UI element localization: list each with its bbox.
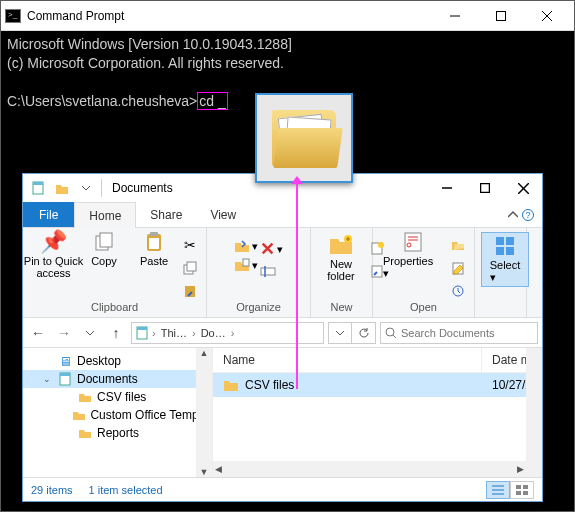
svg-rect-36 (137, 327, 147, 330)
ribbon-group-label (481, 301, 520, 313)
qat-newfolder-button[interactable] (51, 177, 73, 199)
view-details-button[interactable] (486, 481, 510, 499)
ribbon-group-label: Clipboard (29, 301, 200, 313)
explorer-window: Documents File Home Share View ? 📌 Pin t… (22, 173, 543, 502)
properties-button[interactable]: Properties ▾ (379, 229, 446, 282)
cut-button[interactable]: ✂ (180, 235, 200, 255)
chevron-right-icon: › (192, 327, 196, 339)
navigation-pane[interactable]: 🖥 Desktop ⌄ Documents CSV files Custom O… (23, 348, 213, 477)
rename-icon (260, 263, 276, 279)
cmd-close-button[interactable] (524, 1, 570, 31)
breadcrumb[interactable]: Thi… (158, 327, 190, 339)
file-list[interactable]: Name Date m CSV files 10/27/2 ◀▶ (213, 348, 542, 477)
cmd-prompt: C:\Users\svetlana.cheusheva> (7, 93, 197, 109)
svg-text:?: ? (525, 210, 530, 220)
cmd-title: Command Prompt (27, 9, 432, 23)
cmd-minimize-button[interactable] (432, 1, 478, 31)
folder-open-icon: a, (272, 110, 336, 166)
svg-rect-15 (150, 232, 158, 236)
explorer-close-button[interactable] (504, 174, 542, 202)
tree-item-documents[interactable]: ⌄ Documents (23, 370, 212, 388)
breadcrumb[interactable]: Do… (198, 327, 229, 339)
column-header-name[interactable]: Name (213, 348, 482, 372)
ribbon-collapse-button[interactable]: ? (500, 202, 542, 227)
new-folder-button[interactable]: New folder (317, 232, 365, 284)
home-tab[interactable]: Home (74, 202, 136, 228)
copy-to-button[interactable]: ▾ (234, 257, 258, 273)
status-bar: 29 items 1 item selected (23, 477, 542, 501)
status-count: 29 items (31, 484, 73, 496)
view-tab[interactable]: View (196, 202, 250, 227)
select-button[interactable]: Select▾ (481, 232, 529, 287)
cmd-maximize-button[interactable] (478, 1, 524, 31)
pin-icon: 📌 (40, 231, 67, 253)
search-input[interactable]: Search Documents (380, 322, 538, 344)
tree-item-reports[interactable]: Reports (23, 424, 212, 442)
desktop-icon: 🖥 (57, 353, 73, 369)
delete-icon: ✕ (260, 238, 275, 260)
explorer-minimize-button[interactable] (428, 174, 466, 202)
close-icon (542, 11, 552, 21)
svg-rect-33 (496, 247, 504, 255)
tree-item-templates[interactable]: Custom Office Templa (23, 406, 212, 424)
tree-item-desktop[interactable]: 🖥 Desktop (23, 352, 212, 370)
paste-button[interactable]: Paste (130, 229, 178, 269)
svg-rect-47 (523, 491, 528, 495)
edit-button[interactable] (448, 258, 468, 278)
cmd-titlebar[interactable]: Command Prompt (1, 1, 574, 31)
share-tab[interactable]: Share (136, 202, 196, 227)
tree-item-csv[interactable]: CSV files (23, 388, 212, 406)
file-tab[interactable]: File (23, 202, 74, 227)
explorer-title: Documents (112, 181, 428, 195)
cmd-cursor: _ (218, 93, 226, 109)
view-switcher (486, 481, 534, 499)
scissors-icon: ✂ (184, 237, 196, 253)
explorer-maximize-button[interactable] (466, 174, 504, 202)
horizontal-scrollbar[interactable]: ◀▶ (213, 461, 526, 477)
ribbon-group-label: Organize (213, 301, 304, 313)
pin-to-quick-access-button[interactable]: 📌 Pin to Quick access (29, 229, 78, 281)
svg-rect-13 (100, 233, 112, 247)
minimize-icon (450, 11, 460, 21)
nav-forward-button[interactable]: → (53, 322, 75, 344)
svg-rect-45 (523, 485, 528, 489)
vertical-scrollbar[interactable] (526, 348, 542, 477)
open-button[interactable] (448, 235, 468, 255)
navpane-scrollbar[interactable]: ▲▼ (196, 348, 212, 477)
copy-path-button[interactable] (180, 258, 200, 278)
view-icons-button[interactable] (510, 481, 534, 499)
expander-collapse-icon[interactable]: ⌄ (43, 374, 53, 384)
scroll-down-icon: ▼ (200, 467, 209, 477)
nav-recent-button[interactable] (79, 322, 101, 344)
chevron-down-icon (336, 329, 344, 337)
nav-up-button[interactable]: ↑ (105, 322, 127, 344)
svg-rect-32 (506, 237, 514, 245)
ribbon: 📌 Pin to Quick access Copy Paste ✂ Clip (23, 228, 542, 318)
scroll-left-icon: ◀ (215, 464, 222, 474)
list-item[interactable]: CSV files 10/27/2 (213, 373, 542, 397)
ribbon-tabs: File Home Share View ? (23, 202, 542, 228)
nav-back-button[interactable]: ← (27, 322, 49, 344)
history-button[interactable] (448, 281, 468, 301)
tree-label: Reports (97, 426, 139, 440)
qat-customize-button[interactable] (75, 177, 97, 199)
svg-rect-1 (497, 11, 506, 20)
refresh-button[interactable] (352, 322, 376, 344)
address-history-button[interactable] (328, 322, 352, 344)
paste-shortcut-button[interactable] (180, 281, 200, 301)
properties-icon (402, 231, 424, 253)
minimize-icon (442, 183, 452, 193)
paste-shortcut-icon (183, 284, 197, 298)
close-icon (518, 183, 529, 194)
copy-button[interactable]: Copy (80, 229, 128, 269)
delete-button[interactable]: ✕ ▾ (260, 238, 283, 260)
ribbon-group-new: New folder New (311, 228, 373, 317)
qat-properties-button[interactable] (27, 177, 49, 199)
annotation-arrow (296, 183, 298, 389)
rename-button[interactable] (260, 263, 283, 279)
tree-label: Documents (77, 372, 138, 386)
move-to-button[interactable]: ▾ (234, 238, 258, 254)
details-view-icon (492, 485, 504, 495)
search-icon (385, 327, 397, 339)
file-name: CSV files (245, 378, 294, 392)
